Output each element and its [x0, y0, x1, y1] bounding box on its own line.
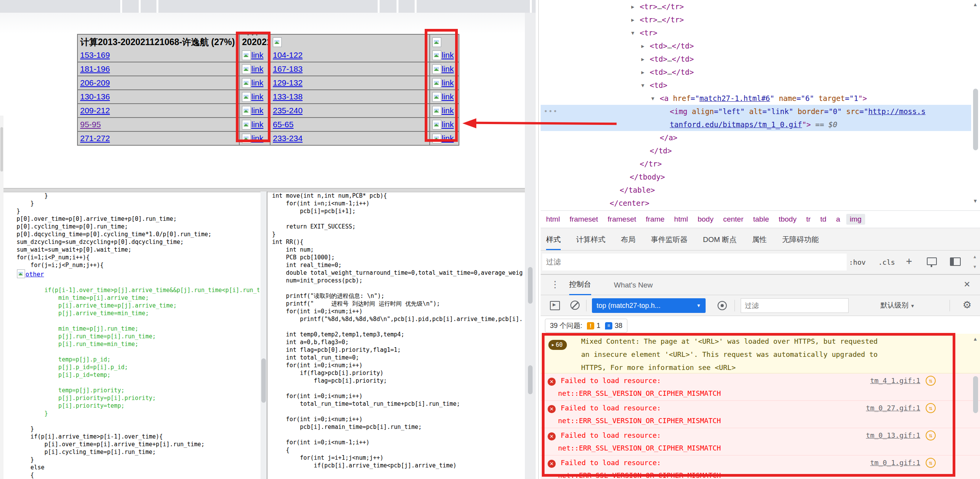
scroll-up-icon[interactable]: ▲: [973, 2, 978, 7]
dom-tree-node[interactable]: </td>: [541, 144, 971, 157]
tab-样式[interactable]: 样式: [546, 235, 561, 250]
line-range-link[interactable]: 153-169: [80, 50, 110, 60]
toggle-hov-button[interactable]: :hov: [849, 258, 866, 266]
scroll-down-icon[interactable]: ▼: [973, 198, 978, 204]
new-style-rule-button[interactable]: +: [906, 255, 912, 267]
tab-事件监听器[interactable]: 事件监听器: [651, 235, 688, 250]
more-options-icon[interactable]: ⋮: [551, 279, 560, 290]
dom-tree-node[interactable]: ▶<td>…</td>: [541, 66, 971, 79]
breadcrumb-item-tbody[interactable]: tbody: [778, 215, 796, 224]
syntax-token: =": [859, 107, 868, 116]
line-range-link[interactable]: 104-122: [273, 50, 303, 60]
dom-tree-node[interactable]: </a>: [541, 131, 971, 144]
live-expression-eye-icon[interactable]: [718, 301, 727, 310]
breadcrumb-item-frame[interactable]: frame: [646, 215, 665, 224]
breadcrumb-item-a[interactable]: a: [836, 215, 840, 224]
breadcrumb-item-html[interactable]: html: [546, 215, 560, 224]
clear-console-icon[interactable]: [570, 301, 580, 310]
line-range-link[interactable]: 130-136: [80, 92, 110, 101]
breadcrumb-item-body[interactable]: body: [698, 215, 713, 224]
line-range-link[interactable]: 233-234: [273, 134, 303, 143]
collapse-arrow-icon[interactable]: ▼: [631, 27, 634, 40]
log-levels-dropdown[interactable]: 默认级别 ▼: [881, 301, 915, 310]
line-range-link[interactable]: 133-138: [273, 92, 303, 101]
breadcrumb-item-frameset[interactable]: frameset: [570, 215, 598, 224]
collapse-arrow-icon[interactable]: ▼: [651, 92, 654, 105]
tab-DOM 断点[interactable]: DOM 断点: [703, 235, 737, 250]
breadcrumb-item-frameset[interactable]: frameset: [608, 215, 636, 224]
line-range-link[interactable]: 235-240: [273, 106, 303, 115]
collapse-arrow-icon[interactable]: ▼: [641, 79, 644, 92]
breadcrumb-item-img[interactable]: img: [846, 214, 865, 225]
dom-tree-node[interactable]: ▶<td>…</td>: [541, 39, 971, 52]
breadcrumb-item-td[interactable]: td: [820, 215, 827, 224]
elements-scrollbar-thumb[interactable]: [973, 89, 978, 150]
dom-tree-node[interactable]: ▶<tr>…</tr>: [541, 13, 971, 26]
styles-filter-input[interactable]: [542, 254, 847, 271]
annotation-box-console-errors: [542, 333, 955, 477]
breadcrumb-item-tr[interactable]: tr: [806, 215, 811, 224]
selected-dom-node[interactable]: <img align="left" alt="link" border="0" …: [541, 105, 971, 131]
close-icon[interactable]: ✕: [963, 280, 970, 289]
code-line: p[0].cycling_time=p[0].run_time;: [17, 223, 259, 230]
console-scrollbar-thumb[interactable]: [973, 376, 978, 413]
left-frame-scrollbar[interactable]: [0, 116, 3, 479]
scrollbar-thumb[interactable]: [528, 365, 533, 394]
expand-arrow-icon[interactable]: ▶: [641, 66, 644, 79]
line-range-link[interactable]: 167-183: [273, 64, 303, 74]
right-frame-scrollbar[interactable]: [525, 13, 536, 479]
expand-arrow-icon[interactable]: ▶: [641, 53, 644, 66]
tab-console[interactable]: 控制台: [569, 275, 591, 295]
expand-arrow-icon[interactable]: ▶: [641, 40, 644, 53]
tab-计算样式[interactable]: 计算样式: [576, 235, 605, 250]
breadcrumb-item-center[interactable]: center: [723, 215, 743, 224]
dom-tree-node[interactable]: ▼<td>: [541, 79, 971, 92]
console-filter-input[interactable]: [741, 298, 849, 313]
dom-tree-node[interactable]: </table>: [541, 183, 971, 197]
line-range-link[interactable]: 209-212: [80, 106, 110, 115]
resource-url-link[interactable]: tanford.edu/bitmaps/tm_1_0.gif: [670, 120, 802, 129]
console-sidebar-icon[interactable]: [550, 301, 560, 310]
expand-arrow-icon[interactable]: ▶: [631, 13, 634, 27]
dom-tree-node[interactable]: ▼<tr>: [541, 26, 971, 39]
tab-无障碍功能[interactable]: 无障碍功能: [782, 235, 819, 250]
dom-tree-node[interactable]: ▼<a href="match27-1.html#6" name="6" tar…: [541, 92, 971, 105]
execution-context-select[interactable]: top (match27-top.h... ▼: [592, 298, 706, 313]
line-range-link[interactable]: 65-65: [273, 120, 294, 129]
scrollbar-thumb[interactable]: [528, 267, 533, 304]
scroll-up-icon[interactable]: ▲: [973, 254, 977, 259]
scrollbar-thumb[interactable]: [261, 358, 266, 403]
devtools-divider[interactable]: [538, 0, 539, 479]
tab-布局[interactable]: 布局: [621, 235, 635, 250]
line-range-link[interactable]: 129-132: [273, 78, 303, 87]
resource-url-link[interactable]: match27-1.html#6: [699, 94, 770, 103]
toggle-cls-button[interactable]: .cls: [878, 258, 895, 266]
scroll-up-icon[interactable]: ▲: [973, 336, 978, 342]
issues-counter[interactable]: 39 个问题: ! 1 ≡ 38: [545, 319, 627, 333]
expand-arrow-icon[interactable]: ▶: [631, 0, 634, 13]
paint-format-icon[interactable]: [927, 257, 937, 265]
line-range-link[interactable]: 206-209: [80, 78, 110, 87]
breadcrumb-item-html[interactable]: html: [674, 215, 688, 224]
styles-filter-bar: :hov .cls + ▲ ▼: [541, 250, 980, 274]
line-range-cell: 271-272: [78, 132, 239, 145]
dom-tree-node[interactable]: ▶<td>…</td>: [541, 52, 971, 66]
tab-whats-new[interactable]: What's New: [614, 275, 653, 295]
dom-tree-node[interactable]: ▶<tr>…</tr>: [541, 0, 971, 13]
scrollbar-thumb[interactable]: [0, 127, 3, 171]
breadcrumb-item-table[interactable]: table: [753, 215, 769, 224]
dom-tree-node[interactable]: </center>: [541, 197, 971, 210]
line-range-link[interactable]: 271-272: [80, 134, 110, 143]
code-left-scrollbar[interactable]: [261, 192, 267, 479]
line-range-link[interactable]: 95-95: [80, 120, 101, 129]
dom-tree-node[interactable]: </tr>: [541, 157, 971, 170]
scroll-down-icon[interactable]: ▼: [973, 264, 977, 269]
line-range-link[interactable]: 181-196: [80, 64, 110, 74]
dom-tree-node[interactable]: </tbody>: [541, 170, 971, 183]
node-more-actions-icon[interactable]: •••: [544, 105, 558, 118]
sidebar-layout-icon[interactable]: [950, 257, 961, 266]
other-link[interactable]: other: [25, 271, 44, 278]
gear-icon[interactable]: ⚙: [963, 299, 972, 311]
resource-url-link[interactable]: http://moss.s: [868, 107, 926, 116]
tab-属性[interactable]: 属性: [752, 235, 767, 250]
